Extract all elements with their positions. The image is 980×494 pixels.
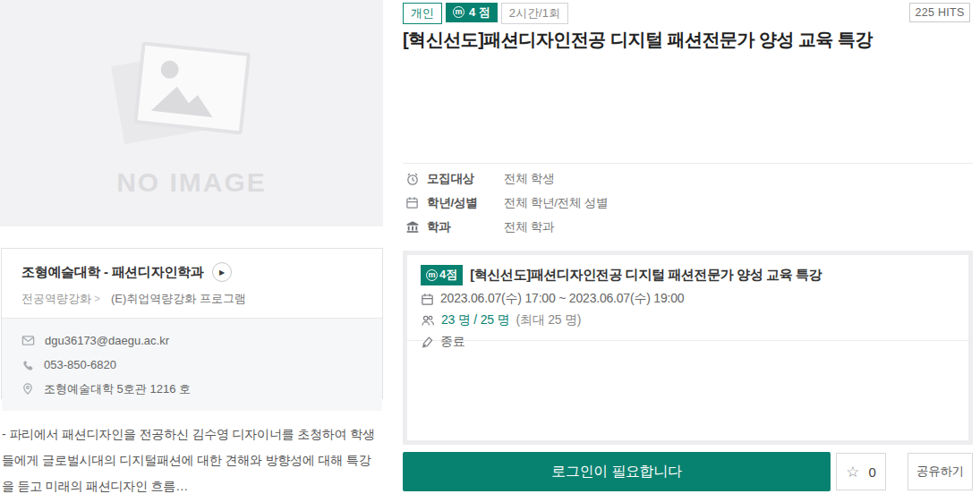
m-circle-icon: [453, 6, 464, 18]
no-image-icon: [98, 30, 285, 164]
duration-badge: 2시간/1회: [501, 3, 568, 24]
no-image-label: NO IMAGE: [116, 167, 267, 198]
info-label: 모집대상: [427, 171, 504, 187]
mail-icon: [21, 334, 35, 347]
page-title: [혁신선도]패션디자인전공 디지털 패션전문가 양성 교육 특강: [403, 28, 958, 51]
info-row-grade-gender: 학년/성별 전체 학년/전체 성별: [405, 191, 608, 215]
people-icon: [421, 314, 435, 328]
session-enrollment-max: (최대 25 명): [516, 312, 581, 328]
organization-title: 조형예술대학 - 패션디자인학과: [21, 264, 204, 281]
phone-icon: [21, 359, 34, 371]
session-title: [혁신선도]패션디자인전공 디지털 패션전문가 양성 교육 특강: [470, 267, 822, 284]
program-detail-page: NO IMAGE 조형예술대학 - 패션디자인학과 전공역량강화 > (E)취업…: [0, 0, 980, 494]
breadcrumb-category: 전공역량강화: [21, 291, 91, 307]
session-card: 4점 [혁신선도]패션디자인전공 디지털 패션전문가 양성 교육 특강 2023…: [403, 251, 973, 445]
contact-phone: 053-850-6820: [44, 358, 116, 371]
info-label: 학년/성별: [427, 195, 504, 211]
point-badge: 4 점: [446, 3, 498, 22]
session-enrollment-row: 23 명 / 25 명 (최대 25 명): [421, 312, 955, 328]
info-row-department: 학과 전체 학과: [405, 215, 608, 239]
star-icon: [846, 464, 859, 480]
login-required-button[interactable]: 로그인이 필요합니다: [403, 452, 831, 491]
contact-location: 조형예술대학 5호관 1216 호: [44, 381, 191, 397]
contact-section: dgu36173@daegu.ac.kr 053-850-6820 조형예: [2, 318, 382, 411]
calendar-icon: [405, 196, 420, 209]
session-enrollment: 23 명 / 25 명: [441, 312, 509, 328]
map-pin-icon: [21, 382, 34, 396]
hits-counter: 225 HITS: [909, 3, 970, 22]
chevron-right-icon: >: [94, 293, 100, 305]
breadcrumb-program: (E)취업역량강화 프로그램: [111, 291, 246, 307]
session-point-label: 4점: [439, 267, 457, 283]
program-thumbnail-placeholder: NO IMAGE: [0, 0, 383, 226]
session-schedule-row: 2023.06.07(수) 17:00 ~ 2023.06.07(수) 19:0…: [421, 291, 955, 307]
bank-icon: [405, 220, 420, 234]
program-description-block: - 파리에서 패션디자인을 전공하신 김수영 디자이너를 초청하여 학생들에게 …: [2, 422, 383, 494]
type-badge: 개인: [403, 3, 442, 24]
divider: [403, 163, 973, 164]
organization-card: 조형예술대학 - 패션디자인학과 전공역량강화 > (E)취업역량강화 프로그램…: [1, 248, 383, 399]
program-description: - 파리에서 패션디자인을 전공하신 김수영 디자이너를 초청하여 학생들에게 …: [2, 422, 383, 494]
share-button[interactable]: 공유하기: [908, 453, 973, 490]
play-icon[interactable]: [212, 262, 232, 282]
contact-location-row: 조형예술대학 5호관 1216 호: [21, 377, 362, 401]
point-badge-label: 4 점: [469, 4, 490, 20]
info-label: 학과: [427, 219, 504, 235]
program-info-list: 모집대상 전체 학생 학년/성별 전체 학년/전체 성별 학과 전체 학과: [405, 166, 608, 239]
contact-email: dgu36173@daegu.ac.kr: [45, 334, 169, 347]
contact-phone-row: 053-850-6820: [21, 353, 362, 377]
session-card-body: [407, 341, 968, 440]
m-circle-icon: [426, 269, 438, 281]
info-row-target: 모집대상 전체 학생: [405, 166, 608, 191]
badge-row: 개인 4 점 2시간/1회: [403, 3, 568, 24]
info-value: 전체 학생: [504, 171, 554, 187]
breadcrumb: 전공역량강화 > (E)취업역량강화 프로그램: [21, 291, 362, 307]
favorite-count: 0: [868, 464, 875, 480]
contact-email-row: dgu36173@daegu.ac.kr: [21, 328, 362, 353]
info-value: 전체 학과: [504, 219, 554, 235]
session-schedule: 2023.06.07(수) 17:00 ~ 2023.06.07(수) 19:0…: [440, 291, 684, 307]
session-point-badge: 4점: [421, 265, 463, 285]
favorite-button[interactable]: 0: [836, 453, 886, 490]
info-value: 전체 학년/전체 성별: [504, 195, 608, 211]
calendar-icon: [421, 293, 434, 306]
alarm-clock-icon: [405, 172, 420, 186]
